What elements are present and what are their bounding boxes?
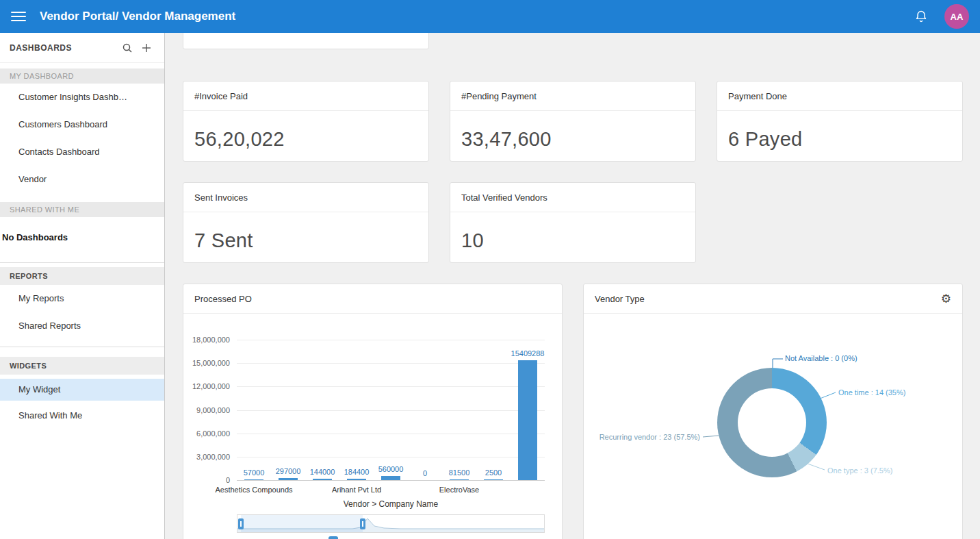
gridline	[237, 386, 545, 387]
section-header-reports: REPORTS	[0, 267, 164, 285]
y-axis-ticks: 18,000,00015,000,00012,000,0009,000,0006…	[183, 340, 230, 480]
bar-value-label: 57000	[244, 468, 265, 477]
kpi-card-total-verified-vendors: Total Verified Vendors 10	[450, 182, 696, 263]
dashboards-panel-header: DASHBOARDS	[0, 33, 164, 63]
dashboards-panel-title: DASHBOARDS	[10, 43, 118, 53]
avatar[interactable]: AA	[944, 4, 969, 29]
page-title: Vendor Portal/ Vendor Management	[40, 10, 914, 23]
kpi-title: #Pending Payment	[461, 91, 684, 101]
gridline	[237, 410, 545, 411]
sidebar-item-shared-reports[interactable]: Shared Reports	[0, 312, 164, 340]
sidebar-item-contacts-dashboard[interactable]: Contacts Dashboard	[0, 138, 164, 166]
gridline	[237, 457, 545, 457]
sidebar-divider	[0, 347, 164, 347]
x-category-label: Aesthetics Compounds	[215, 486, 292, 494]
bar-value-label: 0	[423, 469, 427, 477]
donut-label-one-time: One time : 14 (35%)	[838, 388, 905, 397]
bar[interactable]	[518, 360, 537, 480]
bar-value-label: 15409288	[511, 349, 545, 358]
no-dashboards-text: No Dashboards	[2, 232, 164, 242]
dashboard-canvas: #Invoice Paid 56,20,022 #Pending Payment…	[166, 33, 980, 539]
kpi-title: #Invoice Paid	[194, 91, 417, 101]
sidebar-item-customer-insights-dashboard[interactable]: Customer Insights Dashb…	[0, 84, 164, 111]
bar[interactable]	[484, 479, 503, 480]
y-tick-label: 0	[226, 476, 230, 484]
chart-title-processed-po: Processed PO	[194, 294, 551, 304]
x-category-label: ElectroVase	[439, 486, 480, 494]
kpi-value: 7 Sent	[183, 212, 428, 252]
kpi-value: 6 Payed	[717, 111, 962, 151]
bar-value-label: 144000	[310, 468, 335, 476]
bar[interactable]	[347, 479, 366, 480]
range-navigator[interactable]	[237, 514, 545, 533]
donut-label-recurring-vendor: Recurring vendor : 23 (57.5%)	[589, 433, 700, 441]
sidebar-item-my-reports[interactable]: My Reports	[0, 285, 164, 312]
kpi-value: 33,47,600	[450, 111, 695, 151]
bar[interactable]	[244, 479, 263, 480]
y-tick-label: 9,000,000	[196, 406, 230, 414]
kpi-title: Payment Done	[728, 91, 951, 101]
kpi-value: 10	[450, 212, 695, 252]
navigator-handle-right[interactable]	[360, 518, 365, 529]
add-dashboard-icon[interactable]	[137, 38, 156, 58]
bar[interactable]	[450, 479, 469, 480]
sidebar-item-customers-dashboard[interactable]: Customers Dashboard	[0, 111, 164, 138]
gridline	[237, 363, 545, 364]
section-header-my-dashboard: MY DASHBOARD	[0, 68, 164, 84]
bar[interactable]	[313, 479, 332, 480]
gridline	[237, 434, 545, 434]
section-header-widgets: WIDGETS	[0, 357, 164, 375]
gridline	[237, 340, 545, 340]
donut-label-one-type: One type : 3 (7.5%)	[827, 466, 892, 475]
y-tick-label: 18,000,000	[192, 336, 230, 344]
sidebar-item-my-widget[interactable]: My Widget	[0, 379, 164, 401]
kpi-card-payment-done: Payment Done 6 Payed	[717, 81, 963, 162]
sidebar: DASHBOARDS MY DASHBOARD Customer Insight…	[0, 33, 165, 539]
y-tick-label: 3,000,000	[196, 453, 230, 461]
navigator-selected-range[interactable]	[241, 515, 363, 532]
notifications-bell-icon[interactable]	[914, 10, 928, 23]
kpi-card-pending-payment: #Pending Payment 33,47,600	[450, 81, 696, 162]
chart-title-vendor-type: Vendor Type	[595, 294, 941, 304]
y-tick-label: 15,000,000	[192, 359, 230, 367]
bar[interactable]	[381, 476, 400, 480]
gridline	[237, 480, 545, 481]
bar-plot: 5700029700014400018440056000008150025001…	[237, 340, 545, 480]
bar[interactable]	[279, 478, 298, 480]
processed-po-chart-card: Processed PO 18,000,00015,000,00012,000,…	[183, 284, 563, 539]
y-tick-label: 6,000,000	[196, 429, 230, 438]
sidebar-item-vendor[interactable]: Vendor	[0, 166, 164, 193]
bar-value-label: 184400	[344, 468, 370, 476]
section-header-shared-with-me: SHARED WITH ME	[0, 202, 164, 217]
bar-value-label: 297000	[276, 467, 301, 475]
kpi-card-invoice-paid: #Invoice Paid 56,20,022	[183, 81, 429, 162]
bar-value-label: 2500	[485, 468, 502, 477]
menu-icon[interactable]	[11, 12, 26, 21]
vendor-type-chart-card: Vendor Type ⚙ Not Available : 0 (0%) One…	[583, 284, 963, 539]
y-tick-label: 12,000,000	[192, 382, 230, 390]
navigator-handle-left[interactable]	[238, 518, 244, 529]
donut-ring[interactable]	[717, 368, 827, 477]
sidebar-divider	[0, 262, 164, 263]
search-icon[interactable]	[118, 38, 137, 58]
sidebar-item-shared-with-me-widgets[interactable]: Shared With Me	[0, 402, 164, 429]
kpi-title: Total Verified Vendors	[461, 192, 684, 203]
x-category-label: Arihant Pvt Ltd	[332, 486, 381, 494]
kpi-title: Sent Invoices	[194, 192, 417, 203]
settings-gear-icon[interactable]: ⚙	[941, 292, 951, 306]
donut-label-not-available: Not Available : 0 (0%)	[785, 354, 858, 362]
bar-value-label: 560000	[378, 465, 404, 473]
x-axis-title: Vendor > Company Name	[237, 499, 545, 509]
kpi-card-sent-invoices: Sent Invoices 7 Sent	[183, 182, 429, 263]
bar-value-label: 81500	[449, 468, 470, 477]
legend-marker	[328, 536, 338, 539]
kpi-value: 56,20,022	[183, 111, 428, 151]
top-app-bar: Vendor Portal/ Vendor Management AA	[0, 0, 980, 33]
